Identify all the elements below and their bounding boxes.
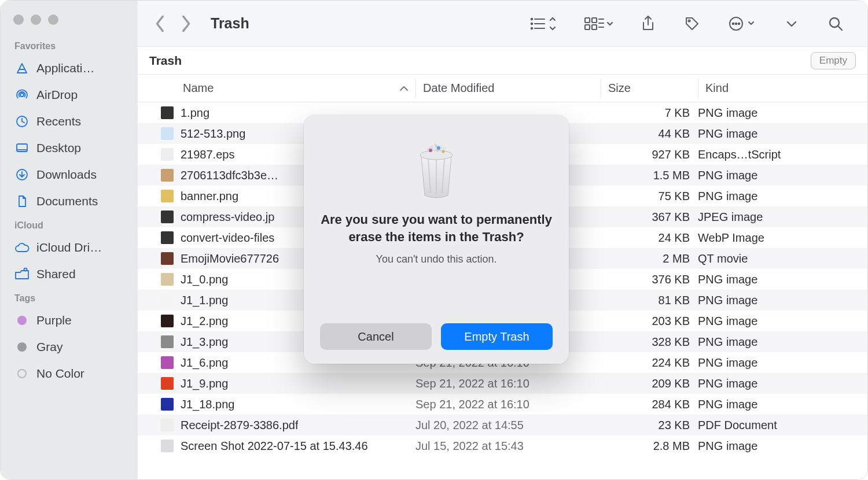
sidebar-item-label: Purple [36, 313, 72, 327]
file-date: Jul 15, 2022 at 15:43 [415, 440, 601, 453]
sidebar-section-label: iCloud [9, 215, 132, 234]
empty-trash-button[interactable]: Empty [811, 52, 856, 69]
dropdown-button[interactable] [777, 12, 806, 35]
window-controls [9, 11, 132, 35]
file-thumbnail-icon [161, 440, 174, 452]
action-menu-button[interactable] [722, 12, 762, 35]
search-button[interactable] [821, 12, 850, 35]
recents-icon [14, 114, 30, 129]
file-name: 1.png [181, 106, 209, 120]
file-row[interactable]: EmojiMovie6777262 MBQT movie [138, 248, 867, 269]
share-button[interactable] [634, 12, 663, 35]
icloud-icon [14, 240, 30, 255]
file-row[interactable]: 1.png7 KBPNG image [138, 102, 867, 123]
file-kind: PNG image [698, 294, 867, 307]
sidebar-item[interactable]: Recents [9, 108, 132, 135]
sidebar-section-label: Tags [9, 287, 132, 307]
column-header-date[interactable]: Date Modified [415, 79, 601, 98]
svg-point-7 [531, 18, 532, 19]
file-name: convert-video-files [181, 231, 274, 245]
file-kind: PNG image [698, 169, 867, 182]
file-thumbnail-icon [161, 377, 174, 390]
file-size: 376 KB [601, 273, 698, 286]
sidebar-item-label: Documents [36, 194, 98, 208]
sidebar-item[interactable]: Desktop [9, 135, 132, 161]
file-row[interactable]: Screen Shot 2022-07-15 at 15.43.46Jul 15… [138, 435, 867, 456]
tags-button[interactable] [678, 12, 707, 35]
file-date: Sep 21, 2022 at 16:10 [415, 377, 601, 390]
file-thumbnail-icon [161, 231, 174, 244]
file-row[interactable]: J1_2.png203 KBPNG image [138, 311, 867, 331]
sidebar-item[interactable]: Downloads [9, 161, 132, 188]
file-thumbnail-icon [161, 127, 174, 140]
sidebar-item[interactable]: No Color [9, 360, 132, 387]
forward-button[interactable] [176, 14, 196, 34]
file-row[interactable]: J1_1.png81 KBPNG image [138, 290, 867, 311]
file-row[interactable]: compress-video.jp367 KBJPEG image [138, 206, 867, 227]
file-kind: PNG image [698, 127, 867, 141]
file-row[interactable]: J1_3.png328 KBPNG image [138, 331, 867, 352]
sidebar-item[interactable]: Applicati… [9, 55, 132, 82]
view-list-button[interactable] [523, 12, 563, 35]
svg-point-22 [733, 23, 734, 24]
svg-point-6 [24, 268, 27, 271]
sidebar-item[interactable]: Documents [9, 188, 132, 215]
zoom-window-button[interactable] [48, 14, 58, 25]
shared-icon [14, 267, 30, 282]
column-header-name[interactable]: Name [138, 82, 415, 95]
view-group-button[interactable] [578, 12, 619, 35]
file-row[interactable]: 21987.eps927 KBEncaps…tScript [138, 144, 867, 165]
file-row[interactable]: 2706113dfc3b3e…1.5 MBPNG image [138, 165, 867, 186]
tag-dot [14, 313, 30, 328]
file-row[interactable]: J1_18.pngSep 21, 2022 at 16:10284 KBPNG … [138, 394, 867, 415]
sidebar: FavoritesApplicati…AirDropRecentsDesktop… [1, 1, 138, 479]
sidebar-item-label: Recents [36, 115, 81, 128]
file-size: 75 KB [601, 190, 698, 203]
file-row[interactable]: J1_0.png376 KBPNG image [138, 269, 867, 290]
sidebar-item[interactable]: Purple [9, 307, 132, 334]
downloads-icon [14, 167, 30, 182]
sidebar-item[interactable]: iCloud Dri… [9, 234, 132, 261]
sidebar-item[interactable]: Shared [9, 261, 132, 287]
svg-rect-14 [592, 18, 597, 23]
file-size: 81 KB [601, 294, 698, 307]
location-title: Trash [149, 54, 182, 68]
svg-point-23 [735, 23, 737, 24]
sidebar-item[interactable]: Gray [9, 334, 132, 360]
toolbar: Trash [138, 1, 867, 47]
file-name: Receipt-2879-3386.pdf [181, 419, 298, 432]
file-size: 2.8 MB [601, 440, 698, 453]
column-header-size[interactable]: Size [601, 79, 698, 98]
file-row[interactable]: 512-513.png44 KBPNG image [138, 123, 867, 144]
svg-rect-15 [585, 25, 590, 29]
file-row[interactable]: banner.png75 KBPNG image [138, 186, 867, 206]
svg-rect-16 [592, 25, 597, 29]
column-header-name-label: Name [183, 82, 214, 95]
column-header-kind[interactable]: Kind [698, 79, 867, 98]
minimize-window-button[interactable] [31, 14, 41, 25]
main-pane: Trash [138, 1, 867, 479]
sidebar-item[interactable]: AirDrop [9, 82, 132, 108]
back-button[interactable] [150, 14, 170, 34]
sort-ascending-icon [399, 82, 409, 95]
file-kind: QT movie [698, 252, 867, 265]
file-kind: PNG image [698, 190, 867, 203]
close-window-button[interactable] [13, 14, 24, 25]
file-name: J1_6.png [181, 356, 228, 370]
path-bar: Trash Empty [138, 47, 867, 75]
file-size: 44 KB [601, 127, 698, 141]
file-name: J1_0.png [181, 273, 228, 286]
file-size: 209 KB [601, 377, 698, 390]
tag-dot [14, 339, 30, 355]
file-thumbnail-icon [161, 252, 174, 265]
svg-point-1 [20, 93, 24, 97]
sidebar-item-label: AirDrop [36, 88, 78, 102]
file-thumbnail-icon [161, 273, 174, 286]
file-row[interactable]: Receipt-2879-3386.pdfJul 20, 2022 at 14:… [138, 415, 867, 435]
file-row[interactable]: J1_9.pngSep 21, 2022 at 16:10209 KBPNG i… [138, 373, 867, 394]
file-kind: PNG image [698, 356, 867, 370]
file-thumbnail-icon [161, 211, 174, 223]
file-row[interactable]: J1_6.pngSep 21, 2022 at 16:10224 KBPNG i… [138, 352, 867, 373]
file-row[interactable]: convert-video-files24 KBWebP Image [138, 227, 867, 248]
file-size: 1.5 MB [601, 169, 698, 182]
